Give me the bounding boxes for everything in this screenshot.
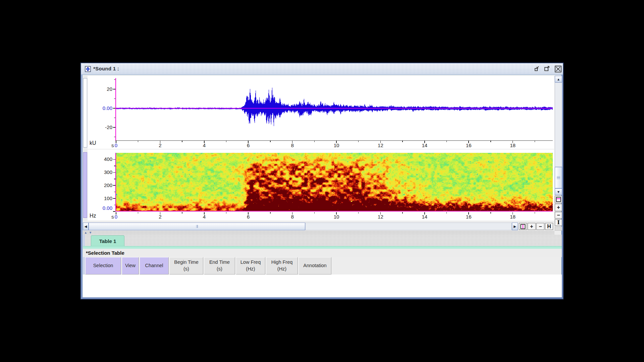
- vertical-zoom-out-button[interactable]: −: [555, 212, 562, 219]
- selection-table-title-row: *Selection Table: [83, 249, 562, 257]
- sound-document-icon: [85, 66, 91, 72]
- selection-table-title: *Selection Table: [86, 250, 124, 256]
- spectrogram-y-tick-label: 400: [94, 156, 112, 162]
- maximize-button[interactable]: [543, 65, 551, 73]
- x-axis-tick-label: 14: [418, 214, 431, 220]
- waveform-y-tick: [114, 99, 115, 99]
- scroll-right-button[interactable]: ▶: [512, 223, 518, 230]
- x-axis-tick-label: 8: [286, 214, 299, 220]
- spectrogram-y-tick-label: 200: [94, 182, 112, 188]
- x-axis-tick-label: 18: [506, 214, 520, 220]
- thumb-grip: [197, 225, 198, 228]
- waveform-y-tick: [113, 127, 115, 128]
- minus-icon: −: [539, 224, 542, 229]
- table-header-cell-annotation[interactable]: Annotation: [299, 257, 331, 275]
- table-header-cell-channel[interactable]: Channel: [140, 257, 169, 275]
- spectrogram-y-unit: Hz: [90, 213, 96, 219]
- scroll-up-button[interactable]: ▲: [555, 76, 562, 82]
- table-header-cell-selection[interactable]: Selection: [85, 257, 121, 275]
- splitter-up-icon[interactable]: ▲: [84, 231, 87, 234]
- table-header-cell-begin-time[interactable]: Begin Time(s): [169, 257, 203, 275]
- spectrogram-y-tick: [114, 192, 115, 192]
- vertical-zoom-in-button[interactable]: +: [555, 204, 562, 211]
- scroll-left-button[interactable]: ◀: [83, 223, 89, 230]
- x-axis-tick-label: 2: [153, 142, 167, 148]
- selection-table-body[interactable]: [83, 275, 562, 297]
- x-axis-tick-label: 6: [241, 142, 255, 148]
- x-axis-tick: [446, 141, 447, 142]
- horizontal-zoom-in-button[interactable]: +: [528, 223, 536, 230]
- scrollbar-corner: [555, 227, 562, 231]
- x-axis-tick: [446, 212, 447, 214]
- spectrogram-view-selector[interactable]: [83, 152, 87, 218]
- waveform-y-tick-label: -20: [94, 124, 112, 130]
- spectrogram-y-tick: [114, 179, 115, 179]
- table-header-cell-high-freq[interactable]: High Freq(Hz): [266, 257, 298, 275]
- spectrogram-y-tick: [113, 211, 115, 212]
- vertical-position-marker-button[interactable]: [555, 196, 562, 203]
- x-axis-tick: [182, 141, 182, 142]
- table-tab-bar: [83, 235, 562, 246]
- waveform-y-tick: [114, 137, 115, 137]
- waveform-plot[interactable]: [115, 78, 553, 140]
- thumb-grip: [557, 177, 560, 178]
- header-label-line1: High Freq: [271, 259, 293, 266]
- x-axis-tick-label: 4: [198, 142, 211, 148]
- table-header-cell-view[interactable]: View: [122, 257, 139, 275]
- x-axis-tick: [138, 141, 139, 142]
- horizontal-scrollbar-thumb[interactable]: [89, 223, 305, 230]
- header-label-line1: End Time: [209, 259, 230, 266]
- fit-horizontal-icon: H: [547, 224, 551, 229]
- waveform-y-tick: [113, 108, 115, 109]
- x-axis-tick: [490, 212, 491, 214]
- x-axis-tick-label: 10: [330, 142, 343, 148]
- waveform-view-selector[interactable]: [83, 78, 87, 147]
- spectrogram-y-tick: [113, 185, 115, 186]
- header-label-line1: Selection: [93, 262, 113, 269]
- spectrogram-y-tick: [113, 198, 115, 199]
- vertical-fit-button[interactable]: I: [555, 219, 562, 226]
- x-axis-tick: [314, 141, 315, 142]
- x-axis-tick-label: 2: [153, 214, 167, 220]
- splitter-down-icon[interactable]: ▼: [89, 231, 92, 234]
- panel-splitter[interactable]: ▲ ▼: [83, 231, 554, 235]
- x-axis-tick: [402, 212, 403, 214]
- table-header-cell-low-freq[interactable]: Low Freq(Hz): [236, 257, 265, 275]
- tab-table-1[interactable]: Table 1: [91, 235, 124, 246]
- x-axis-tick: [138, 212, 139, 214]
- horizontal-scrollbar-track[interactable]: [305, 223, 512, 230]
- sound-window: *Sound 1 :: [80, 63, 564, 299]
- scroll-down-button[interactable]: ▼: [555, 188, 562, 195]
- window-titlebar[interactable]: *Sound 1 :: [81, 63, 563, 75]
- i-beam-icon: I: [557, 220, 559, 225]
- header-label-line2: (Hz): [277, 266, 286, 273]
- close-button[interactable]: [554, 65, 562, 73]
- plus-icon: +: [557, 205, 560, 210]
- waveform-y-tick-label: 0.00: [94, 105, 112, 111]
- header-label-line1: Begin Time: [174, 259, 199, 266]
- close-icon: [554, 65, 562, 73]
- table-header-cell-end-time[interactable]: End Time(s): [204, 257, 235, 275]
- x-axis-tick: [402, 141, 403, 142]
- x-axis-tick: [182, 212, 182, 214]
- tab-label: Table 1: [99, 238, 116, 244]
- horizontal-position-marker-button[interactable]: [519, 223, 527, 230]
- x-axis-tick: [226, 212, 227, 214]
- x-axis-tick: [535, 212, 535, 214]
- vertical-scrollbar-thumb[interactable]: [555, 167, 562, 188]
- x-axis-tick-label: 14: [418, 142, 431, 148]
- spectrogram-y-tick-label: 100: [94, 195, 112, 201]
- restore-down-icon: [534, 65, 540, 72]
- spectrogram-y-tick-label: 0.00: [94, 205, 112, 211]
- thumb-grip: [196, 225, 197, 228]
- restore-down-button[interactable]: [533, 65, 541, 73]
- waveform-y-tick: [114, 118, 115, 118]
- x-axis-tick-label: 12: [374, 142, 387, 148]
- horizontal-fit-button[interactable]: H: [545, 223, 553, 230]
- spectrogram-plot[interactable]: [115, 153, 553, 212]
- spectrogram-y-tick: [114, 166, 115, 166]
- vertical-scrollbar-track[interactable]: [555, 82, 562, 167]
- x-axis-tick: [226, 141, 227, 142]
- header-label-line1: Channel: [145, 262, 163, 269]
- horizontal-zoom-out-button[interactable]: −: [536, 223, 544, 230]
